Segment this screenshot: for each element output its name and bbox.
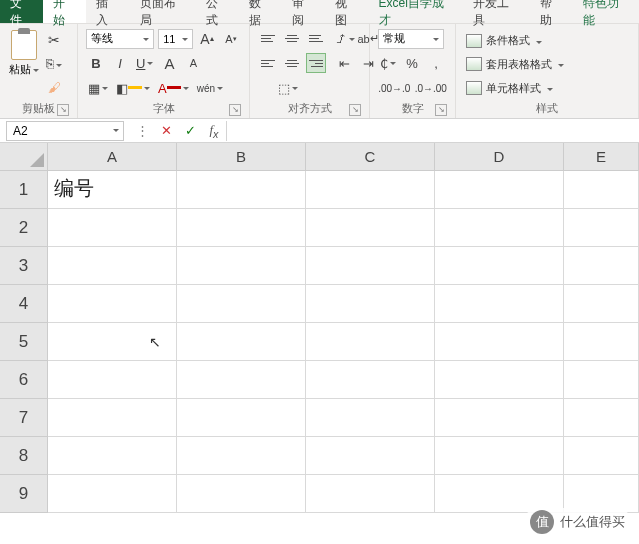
tab-insert[interactable]: 插入 — [86, 0, 129, 23]
row-header-2[interactable]: 2 — [0, 209, 48, 247]
tab-formulas[interactable]: 公式 — [196, 0, 239, 23]
align-center-button[interactable] — [282, 53, 302, 73]
cell-B8[interactable] — [177, 437, 306, 475]
grow-font-button[interactable]: A▴ — [197, 29, 217, 49]
cell-E5[interactable] — [564, 323, 639, 361]
cell-C7[interactable] — [306, 399, 435, 437]
cell-D3[interactable] — [435, 247, 564, 285]
cell-C9[interactable] — [306, 475, 435, 513]
cell-A2[interactable] — [48, 209, 177, 247]
cell-E8[interactable] — [564, 437, 639, 475]
cell-B7[interactable] — [177, 399, 306, 437]
percent-button[interactable]: % — [402, 53, 422, 73]
col-header-C[interactable]: C — [306, 143, 435, 171]
merge-center-button[interactable]: ⬚ — [258, 78, 318, 98]
cell-D5[interactable] — [435, 323, 564, 361]
tab-developer[interactable]: 开发工具 — [463, 0, 529, 23]
paste-button[interactable]: 粘贴 — [6, 28, 42, 99]
cell-B1[interactable] — [177, 171, 306, 209]
decrease-decimal-button[interactable]: .0→.00 — [415, 78, 448, 98]
format-painter-button[interactable]: 🖌 — [44, 77, 64, 97]
cell-A3[interactable] — [48, 247, 177, 285]
cell-styles-button[interactable]: 单元格样式 — [464, 78, 630, 98]
cell-E1[interactable] — [564, 171, 639, 209]
cell-A4[interactable] — [48, 285, 177, 323]
cell-C4[interactable] — [306, 285, 435, 323]
tab-special[interactable]: 特色功能 — [573, 0, 639, 23]
row-header-5[interactable]: 5 — [0, 323, 48, 361]
orientation-button[interactable]: ⭜ — [334, 29, 354, 49]
number-format-select[interactable]: 常规 — [378, 29, 444, 49]
cell-C2[interactable] — [306, 209, 435, 247]
tab-review[interactable]: 审阅 — [282, 0, 325, 23]
cell-D1[interactable] — [435, 171, 564, 209]
cell-A6[interactable] — [48, 361, 177, 399]
row-header-1[interactable]: 1 — [0, 171, 48, 209]
cell-E3[interactable] — [564, 247, 639, 285]
row-header-6[interactable]: 6 — [0, 361, 48, 399]
confirm-edit-button[interactable]: ✓ — [178, 123, 202, 138]
cell-C5[interactable] — [306, 323, 435, 361]
col-header-B[interactable]: B — [177, 143, 306, 171]
conditional-format-button[interactable]: 条件格式 — [464, 31, 630, 51]
decrease-indent-button[interactable]: ⇤ — [334, 53, 354, 73]
col-header-D[interactable]: D — [435, 143, 564, 171]
cell-B3[interactable] — [177, 247, 306, 285]
copy-button[interactable]: ⎘ — [44, 53, 64, 73]
tab-home[interactable]: 开始 — [43, 0, 86, 23]
cell-E4[interactable] — [564, 285, 639, 323]
cell-B6[interactable] — [177, 361, 306, 399]
cell-A1[interactable]: 编号 — [48, 171, 177, 209]
cell-E7[interactable] — [564, 399, 639, 437]
borders-button[interactable]: ▦ — [86, 78, 110, 98]
phonetic-button[interactable]: wén — [195, 78, 225, 98]
clipboard-dialog-launcher[interactable]: ↘ — [57, 104, 69, 116]
tab-help[interactable]: 帮助 — [530, 0, 573, 23]
cell-D4[interactable] — [435, 285, 564, 323]
cell-C3[interactable] — [306, 247, 435, 285]
italic-button[interactable]: I — [110, 53, 130, 73]
increase-decimal-button[interactable]: .00→.0 — [378, 78, 411, 98]
cell-A9[interactable] — [48, 475, 177, 513]
fill-color-button[interactable]: ◧ — [114, 78, 152, 98]
align-right-button[interactable] — [306, 53, 326, 73]
tab-data[interactable]: 数据 — [239, 0, 282, 23]
formula-input[interactable] — [226, 121, 639, 141]
insert-function-button[interactable]: fx — [202, 122, 226, 140]
cell-D8[interactable] — [435, 437, 564, 475]
cell-C1[interactable] — [306, 171, 435, 209]
tab-excel-addon[interactable]: Excel自学成才 — [369, 0, 464, 23]
align-top-button[interactable] — [258, 29, 278, 49]
cell-A7[interactable] — [48, 399, 177, 437]
cell-D7[interactable] — [435, 399, 564, 437]
cut-button[interactable]: ✂ — [44, 30, 64, 50]
col-header-A[interactable]: A — [48, 143, 177, 171]
tab-page-layout[interactable]: 页面布局 — [130, 0, 196, 23]
alignment-dialog-launcher[interactable]: ↘ — [349, 104, 361, 116]
row-header-4[interactable]: 4 — [0, 285, 48, 323]
row-header-3[interactable]: 3 — [0, 247, 48, 285]
number-dialog-launcher[interactable]: ↘ — [435, 104, 447, 116]
font-dialog-launcher[interactable]: ↘ — [229, 104, 241, 116]
cancel-edit-button[interactable]: ✕ — [154, 123, 178, 138]
align-bottom-button[interactable] — [306, 29, 326, 49]
row-header-9[interactable]: 9 — [0, 475, 48, 513]
shrink-font-button[interactable]: A▾ — [221, 29, 241, 49]
tab-view[interactable]: 视图 — [325, 0, 368, 23]
select-all-triangle[interactable] — [0, 143, 48, 171]
shrink-font-2-button[interactable]: A — [183, 53, 203, 73]
row-header-7[interactable]: 7 — [0, 399, 48, 437]
cell-C6[interactable] — [306, 361, 435, 399]
align-middle-button[interactable] — [282, 29, 302, 49]
name-box[interactable]: A2 — [6, 121, 124, 141]
font-color-button[interactable]: A — [156, 78, 191, 98]
comma-button[interactable]: , — [426, 53, 446, 73]
row-header-8[interactable]: 8 — [0, 437, 48, 475]
cell-C8[interactable] — [306, 437, 435, 475]
underline-button[interactable]: U — [134, 53, 155, 73]
accounting-format-button[interactable]: ₵ — [378, 53, 398, 73]
cell-A5[interactable] — [48, 323, 177, 361]
format-table-button[interactable]: 套用表格格式 — [464, 54, 630, 74]
cell-B4[interactable] — [177, 285, 306, 323]
cell-B5[interactable] — [177, 323, 306, 361]
